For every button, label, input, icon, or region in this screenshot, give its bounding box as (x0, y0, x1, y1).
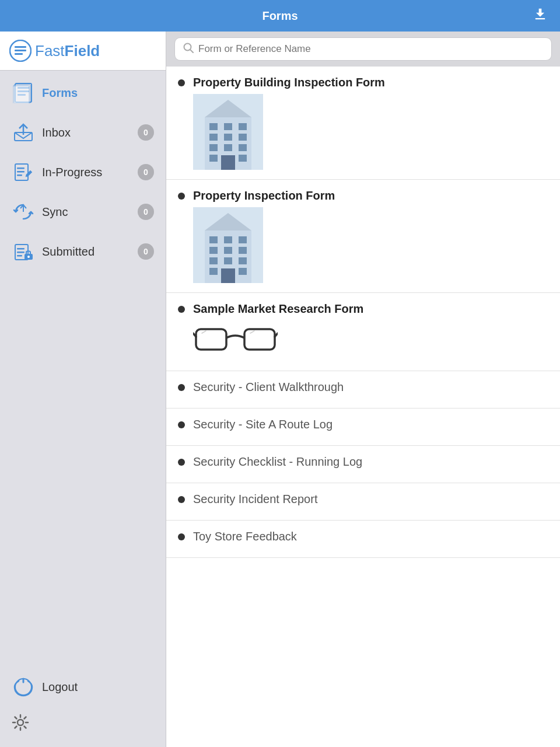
svg-line-27 (190, 50, 193, 53)
form-item[interactable]: Security - Site A Route Log (166, 409, 560, 446)
sidebar-item-inbox[interactable]: Inbox 0 (0, 113, 166, 152)
svg-rect-9 (13, 86, 29, 103)
download-icon[interactable] (532, 6, 548, 26)
logout-item[interactable]: Logout (0, 666, 166, 708)
svg-rect-36 (224, 134, 232, 141)
sidebar-item-in-progress[interactable]: In-Progress 0 (0, 152, 166, 192)
bullet-icon (178, 496, 185, 503)
form-item-header: Security Incident Report (178, 493, 548, 506)
bullet-icon (178, 384, 185, 391)
form-item[interactable]: Property Inspection Form (166, 180, 560, 293)
form-glasses-image (193, 320, 275, 361)
search-icon (183, 43, 194, 55)
form-item[interactable]: Sample Market Research Form (166, 293, 560, 371)
main-content: Property Building Inspection Form (166, 32, 560, 747)
sidebar: FastField Forms (0, 32, 166, 747)
form-item-header: Security - Site A Route Log (178, 418, 548, 431)
in-progress-icon (12, 160, 35, 184)
sync-icon (12, 200, 35, 224)
svg-rect-34 (209, 155, 218, 162)
form-item-header: Toy Store Feedback (178, 530, 548, 543)
top-bar-title: Forms (262, 9, 298, 23)
svg-rect-39 (239, 134, 247, 141)
form-item[interactable]: Toy Store Feedback (166, 521, 560, 558)
logout-icon (12, 675, 35, 699)
sidebar-forms-label: Forms (42, 86, 154, 100)
settings-icon[interactable] (12, 714, 29, 735)
svg-rect-53 (239, 236, 247, 243)
bullet-icon (178, 421, 185, 428)
form-item-header: Sample Market Research Form (178, 302, 548, 316)
bullet-icon (178, 193, 185, 200)
form-item[interactable]: Property Building Inspection Form (166, 67, 560, 180)
search-input[interactable] (198, 43, 543, 55)
bullet-icon (178, 459, 185, 466)
forms-list: Property Building Inspection Form (166, 67, 560, 747)
svg-rect-55 (239, 257, 247, 264)
svg-rect-33 (209, 144, 218, 151)
form-item[interactable]: Security Checklist - Running Log (166, 446, 560, 483)
form-item[interactable]: Security Incident Report (166, 483, 560, 521)
svg-rect-54 (239, 247, 247, 254)
form-title: Security - Client Walkthrough (193, 381, 344, 394)
logo-text-field: Field (65, 42, 100, 60)
svg-rect-56 (239, 268, 247, 275)
svg-rect-50 (224, 236, 232, 243)
form-item-header: Property Inspection Form (178, 189, 548, 203)
sidebar-item-submitted[interactable]: Submitted 0 (0, 232, 166, 271)
settings-bar[interactable] (0, 708, 166, 741)
form-title: Property Building Inspection Form (193, 76, 385, 89)
svg-rect-20 (17, 255, 22, 257)
svg-rect-52 (224, 257, 232, 264)
search-bar[interactable] (174, 37, 552, 61)
svg-rect-58 (193, 320, 278, 361)
svg-rect-51 (224, 247, 232, 254)
svg-rect-47 (209, 247, 218, 254)
svg-point-22 (27, 256, 30, 258)
svg-rect-15 (17, 174, 22, 176)
search-bar-container (166, 32, 560, 67)
sync-badge: 0 (138, 204, 154, 220)
svg-rect-18 (17, 248, 24, 250)
sidebar-bottom: Logout (0, 666, 166, 747)
svg-rect-13 (17, 167, 24, 169)
form-title: Sample Market Research Form (193, 302, 363, 316)
svg-rect-37 (224, 144, 232, 151)
svg-rect-2 (15, 50, 26, 51)
form-title: Toy Store Feedback (193, 530, 297, 543)
inbox-badge: 0 (138, 124, 154, 141)
bullet-icon (178, 79, 185, 86)
form-title: Security Incident Report (193, 493, 317, 506)
svg-rect-14 (17, 171, 24, 173)
svg-rect-1 (15, 46, 26, 48)
logout-label: Logout (42, 680, 78, 694)
svg-rect-48 (209, 257, 218, 264)
sidebar-sync-label: Sync (42, 205, 138, 219)
form-item[interactable]: Security - Client Walkthrough (166, 371, 560, 409)
svg-rect-49 (209, 268, 218, 275)
inbox-icon (12, 121, 35, 144)
logo-area: FastField (0, 32, 166, 71)
svg-rect-3 (15, 53, 23, 55)
sidebar-item-sync[interactable]: Sync 0 (0, 192, 166, 232)
form-item-header: Security - Client Walkthrough (178, 381, 548, 394)
logo-text-fast: Fast (35, 42, 65, 60)
inprogress-badge: 0 (138, 164, 154, 180)
app-layout: FastField Forms (0, 32, 560, 747)
bullet-icon (178, 306, 185, 313)
sidebar-submitted-label: Submitted (42, 245, 138, 259)
svg-rect-19 (17, 252, 24, 253)
svg-point-25 (18, 720, 23, 725)
sidebar-nav: Forms Inbox 0 (0, 71, 166, 666)
svg-rect-32 (209, 134, 218, 141)
sidebar-inbox-label: Inbox (42, 126, 138, 139)
sidebar-inprogress-label: In-Progress (42, 166, 138, 179)
forms-icon (12, 81, 35, 104)
svg-rect-40 (239, 144, 247, 151)
svg-rect-57 (221, 268, 235, 283)
form-title: Security Checklist - Running Log (193, 455, 362, 469)
sidebar-item-forms[interactable]: Forms (0, 73, 166, 113)
form-building-image-1 (193, 94, 263, 170)
form-building-image-2 (193, 207, 263, 283)
svg-rect-31 (209, 123, 218, 130)
